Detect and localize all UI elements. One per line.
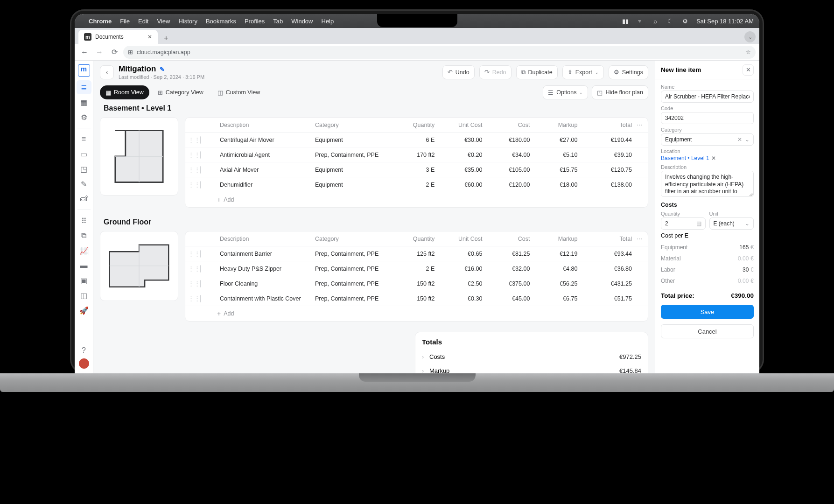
drag-handle-icon[interactable]: ⋮⋮ [188, 295, 200, 302]
nav-card-icon[interactable]: ▬ [77, 259, 91, 273]
nav-frame-icon[interactable]: ⧉ [77, 229, 91, 243]
drag-handle-icon[interactable]: ⋮⋮ [188, 136, 200, 143]
nav-floor-icon[interactable]: ≡ [77, 132, 91, 146]
description-textarea[interactable] [661, 171, 754, 197]
menubar-history[interactable]: History [178, 18, 197, 25]
nav-people-icon[interactable]: ⠿ [77, 214, 91, 228]
nav-box-icon[interactable]: ◳ [77, 162, 91, 176]
view-tab-category[interactable]: ⊞Category View [152, 85, 209, 99]
drag-handle-icon[interactable]: ⋮⋮ [188, 151, 200, 158]
location-chip[interactable]: Basement • Level 1✕ [661, 155, 716, 161]
cancel-button[interactable]: Cancel [661, 324, 754, 338]
expand-icon[interactable]: › [422, 353, 429, 360]
col-more[interactable]: ⋯ [635, 235, 645, 242]
calculator-icon[interactable]: ▤ [696, 220, 701, 227]
site-info-icon[interactable]: ⊞ [128, 49, 133, 56]
back-page-button[interactable]: ‹ [100, 65, 114, 79]
nav-rocket-icon[interactable]: 🚀 [77, 303, 91, 317]
table-row[interactable]: ⋮⋮Containment with Plastic CoverPrep, Co… [185, 291, 648, 306]
nav-grid-icon[interactable]: ▦ [77, 95, 91, 109]
address-bar[interactable]: ⊞ cloud.magicplan.app ☆ [123, 46, 756, 59]
menubar-view[interactable]: View [157, 18, 170, 25]
undo-button[interactable]: ↶Undo [442, 65, 475, 79]
row-checkbox[interactable] [200, 166, 201, 174]
row-checkbox[interactable] [200, 151, 201, 159]
menubar-app-name[interactable]: Chrome [89, 18, 112, 25]
chevron-down-icon[interactable]: ⌄ [745, 220, 750, 227]
new-tab-button[interactable]: + [161, 33, 172, 44]
table-row[interactable]: ⋮⋮Centrifugal Air MoverEquipment6 E€30.0… [185, 133, 648, 147]
cost-row[interactable]: Labor30€ [661, 264, 754, 275]
add-row-button[interactable]: +Add [185, 306, 648, 321]
menubar-datetime[interactable]: Sat Sep 18 11:02 AM [696, 18, 754, 25]
drag-handle-icon[interactable]: ⋮⋮ [188, 181, 200, 188]
control-center-icon[interactable]: ⚙ [681, 17, 689, 25]
table-row[interactable]: ⋮⋮DehumidifierEquipment2 E€60.00€120.00€… [185, 177, 648, 192]
row-checkbox[interactable] [200, 136, 201, 144]
hide-floorplan-button[interactable]: ◳Hide floor plan [592, 85, 648, 99]
floorplan-thumbnail[interactable] [100, 117, 178, 196]
tab-close-icon[interactable]: ✕ [147, 34, 152, 40]
nav-settings-icon[interactable]: ⚙ [77, 110, 91, 124]
app-logo[interactable]: m [78, 64, 90, 77]
table-row[interactable]: ⋮⋮Heavy Duty P&S ZipperPrep, Containment… [185, 261, 648, 276]
do-not-disturb-icon[interactable]: ☾ [666, 17, 674, 25]
drag-handle-icon[interactable]: ⋮⋮ [188, 166, 200, 173]
nav-chart-icon[interactable]: 📈 [77, 244, 91, 258]
drag-handle-icon[interactable]: ⋮⋮ [188, 280, 200, 287]
panel-close-button[interactable]: ✕ [743, 64, 754, 76]
table-row[interactable]: ⋮⋮Antimicrobial AgentPrep, Containment, … [185, 147, 648, 162]
menubar-window[interactable]: Window [291, 18, 313, 25]
cost-row[interactable]: Other0.00€ [661, 275, 754, 287]
chip-remove-icon[interactable]: ✕ [711, 155, 716, 161]
drag-handle-icon[interactable]: ⋮⋮ [188, 250, 200, 257]
table-row[interactable]: ⋮⋮Floor CleaningPrep, Containment, PPE15… [185, 276, 648, 291]
view-tab-room[interactable]: ▦Room View [100, 85, 149, 99]
quantity-input[interactable]: 2 ▤ [661, 217, 706, 230]
export-button[interactable]: ⇪Export⌄ [562, 65, 604, 79]
nav-photo-icon[interactable]: ◫ [77, 288, 91, 302]
settings-button[interactable]: ⚙Settings [609, 65, 648, 79]
search-spotlight-icon[interactable]: ⌕ [652, 17, 659, 25]
edit-title-icon[interactable]: ✎ [160, 66, 165, 73]
nav-help-icon[interactable]: ? [77, 343, 91, 357]
add-row-button[interactable]: +Add [185, 192, 648, 207]
row-checkbox[interactable] [200, 250, 201, 258]
row-checkbox[interactable] [200, 295, 201, 302]
menubar-bookmarks[interactable]: Bookmarks [206, 18, 236, 25]
category-select[interactable]: Equipment ✕⌄ [661, 133, 754, 146]
bookmark-star-icon[interactable]: ☆ [745, 49, 751, 56]
row-checkbox[interactable] [200, 265, 201, 273]
menubar-profiles[interactable]: Profiles [245, 18, 265, 25]
menubar-file[interactable]: File [120, 18, 130, 25]
view-tab-custom[interactable]: ◫Custom View [212, 85, 266, 99]
duplicate-button[interactable]: ⧉Duplicate [516, 65, 558, 79]
floorplan-thumbnail[interactable] [100, 231, 178, 301]
nav-furniture-icon[interactable]: 🛋 [77, 192, 91, 206]
drag-handle-icon[interactable]: ⋮⋮ [188, 265, 200, 272]
redo-button[interactable]: ↷Redo [479, 65, 512, 79]
nav-list-icon[interactable]: ≣ [77, 80, 91, 94]
col-more[interactable]: ⋯ [635, 121, 645, 128]
save-button[interactable]: Save [661, 305, 754, 319]
nav-layers-icon[interactable]: ▣ [77, 273, 91, 287]
menubar-tab[interactable]: Tab [273, 18, 283, 25]
menubar-edit[interactable]: Edit [138, 18, 148, 25]
code-input[interactable] [661, 112, 754, 124]
name-input[interactable] [661, 91, 754, 103]
table-row[interactable]: ⋮⋮Containment BarrierPrep, Containment, … [185, 246, 648, 261]
nav-pencil-icon[interactable]: ✎ [77, 177, 91, 191]
tab-overflow-button[interactable]: ⌄ [744, 31, 756, 42]
browser-tab[interactable]: m Documents ✕ [78, 30, 158, 44]
options-button[interactable]: ☰Options⌄ [543, 85, 588, 99]
back-button[interactable]: ← [78, 46, 91, 58]
wifi-icon[interactable]: ᯤ [637, 17, 644, 25]
chevron-down-icon[interactable]: ⌄ [745, 136, 750, 143]
cost-row[interactable]: Material0.00€ [661, 253, 754, 264]
row-checkbox[interactable] [200, 181, 201, 189]
reload-button[interactable]: ⟳ [108, 46, 120, 58]
user-avatar[interactable] [79, 358, 89, 369]
unit-select[interactable]: E (each) ⌄ [709, 217, 754, 230]
forward-button[interactable]: → [93, 46, 105, 58]
menubar-help[interactable]: Help [322, 18, 334, 25]
